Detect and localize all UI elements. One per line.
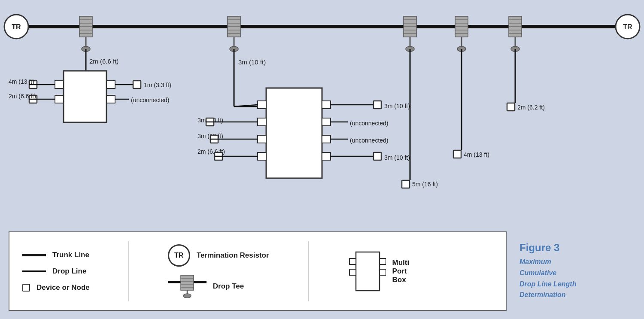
figure-title: Figure 3 (519, 242, 576, 254)
figure-label: Figure 3 Maximum Cumulative Drop Line Le… (519, 242, 576, 300)
legend-drop-line: Drop Line (22, 267, 90, 276)
svg-text:(unconnected): (unconnected) (350, 137, 389, 144)
divider-2 (308, 241, 309, 301)
svg-text:2m (6.6 ft): 2m (6.6 ft) (9, 93, 36, 100)
svg-rect-78 (258, 135, 266, 143)
tr-text: TR (174, 252, 183, 259)
svg-rect-49 (55, 81, 64, 88)
svg-rect-73 (258, 118, 266, 126)
trunk-line-icon (22, 254, 46, 256)
legend-trunk-line: Trunk Line (22, 251, 90, 259)
tr-circle-legend: TR (168, 244, 190, 267)
svg-text:4m (13 ft): 4m (13 ft) (464, 151, 489, 158)
svg-rect-91 (322, 118, 331, 126)
svg-rect-122 (380, 269, 386, 275)
svg-rect-63 (106, 95, 115, 103)
svg-text:1m (3.3 ft): 1m (3.3 ft) (144, 82, 171, 88)
drop-tee-icon-svg (168, 274, 207, 298)
divider-1 (128, 241, 129, 301)
svg-rect-89 (374, 101, 381, 109)
svg-rect-108 (507, 103, 515, 111)
svg-text:3m (10 ft): 3m (10 ft) (384, 154, 410, 161)
figure-subtitle: Maximum Cumulative Drop Line Length Dete… (519, 256, 576, 300)
diagram-area: TR TR (0, 0, 644, 223)
svg-text:5m (16 ft): 5m (16 ft) (412, 181, 438, 188)
device-node-label: Device or Node (36, 283, 90, 292)
legend-mpb: Multi Port Box (347, 250, 410, 293)
svg-text:TR: TR (623, 23, 632, 30)
svg-rect-119 (349, 258, 356, 264)
svg-rect-59 (106, 81, 115, 88)
mpb-label: Multi Port Box (392, 258, 410, 284)
svg-text:(unconnected): (unconnected) (131, 97, 170, 103)
legend-drop-tee: Drop Tee (168, 274, 269, 298)
legend-tr: TR Termination Resistor (168, 244, 269, 267)
svg-text:4m (13 ft): 4m (13 ft) (9, 78, 34, 85)
svg-rect-102 (402, 180, 410, 188)
svg-rect-69 (266, 88, 322, 178)
svg-point-117 (183, 294, 191, 298)
drop-tee-label: Drop Tee (213, 282, 244, 291)
legend-section-1: Trunk Line Drop Line Device or Node (22, 251, 90, 292)
svg-text:2m (6.6 ft): 2m (6.6 ft) (89, 58, 118, 65)
svg-rect-83 (258, 152, 266, 160)
svg-rect-61 (133, 81, 141, 88)
svg-text:TR: TR (12, 23, 21, 30)
node-icon (22, 284, 30, 292)
legend-device-node: Device or Node (22, 283, 90, 292)
drop-line-label: Drop Line (52, 267, 86, 276)
svg-rect-99 (374, 152, 381, 160)
trunk-line-label: Trunk Line (52, 251, 89, 259)
svg-text:(unconnected): (unconnected) (350, 120, 389, 127)
legend-area: Trunk Line Drop Line Device or Node TR T… (0, 223, 644, 319)
svg-rect-105 (453, 150, 461, 158)
legend-section-3: Multi Port Box (347, 250, 410, 293)
svg-text:2m (6.2 ft): 2m (6.2 ft) (517, 104, 545, 111)
svg-rect-70 (258, 101, 266, 109)
svg-text:3m (10 ft): 3m (10 ft) (384, 103, 410, 109)
legend-section-2: TR Termination Resistor (168, 244, 269, 298)
svg-rect-97 (322, 152, 331, 160)
svg-rect-111 (181, 275, 194, 290)
svg-rect-48 (64, 71, 106, 122)
svg-text:3m (10 ft): 3m (10 ft) (238, 58, 266, 66)
tr-label: Termination Resistor (197, 251, 269, 260)
drop-line-icon (22, 270, 46, 272)
legend-box: Trunk Line Drop Line Device or Node TR T… (9, 231, 507, 311)
mpb-icon-svg (347, 250, 386, 293)
svg-rect-118 (356, 252, 380, 291)
svg-rect-94 (322, 135, 331, 143)
svg-rect-121 (380, 258, 386, 264)
svg-rect-120 (349, 269, 356, 275)
svg-rect-51 (55, 95, 64, 103)
svg-rect-87 (322, 101, 331, 109)
